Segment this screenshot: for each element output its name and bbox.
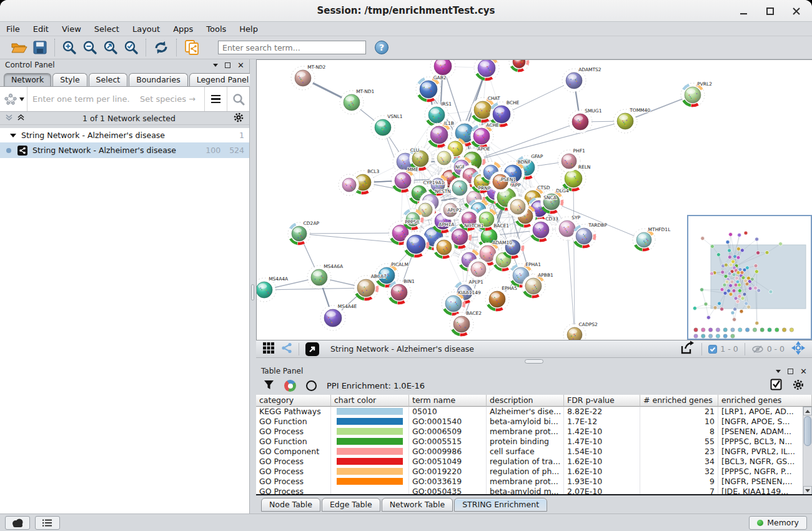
tab-node-table[interactable]: Node Table [261, 498, 320, 512]
tab-boundaries[interactable]: Boundaries [129, 73, 187, 86]
task-history-button[interactable] [35, 516, 60, 530]
maximize-button[interactable] [763, 4, 777, 18]
menu-file[interactable]: File [6, 24, 20, 34]
string-search-icon[interactable] [227, 87, 249, 111]
save-session-icon[interactable] [33, 41, 47, 54]
menu-select[interactable]: Select [94, 24, 119, 34]
close-button[interactable] [790, 4, 803, 18]
zoom-fit-icon[interactable] [103, 40, 118, 55]
table-row[interactable]: GO ProcessGO:0051049regulation of tra...… [256, 457, 812, 467]
control-panel-close-icon[interactable]: ✕ [237, 61, 244, 70]
tab-style[interactable]: Style [52, 73, 87, 86]
table-row[interactable]: GO ComponentGO:0009986cell surface1.54E-… [256, 447, 812, 457]
horizontal-splitter[interactable] [256, 358, 812, 365]
tab-network-table[interactable]: Network Table [382, 498, 453, 512]
select-rows-icon[interactable] [770, 379, 782, 393]
share-network-icon[interactable] [281, 342, 292, 356]
vertical-splitter-grip[interactable] [251, 284, 254, 300]
column-header-4[interactable]: description [487, 395, 564, 407]
chart-color-swatch [337, 438, 403, 445]
cell-fdr: 1.42E-10 [564, 427, 640, 437]
table-panel-menu-icon[interactable] [776, 370, 781, 373]
memory-button[interactable]: Memory [749, 516, 807, 530]
table-row[interactable]: KEGG Pathways05010Alzheimer's dise...8.8… [256, 407, 812, 417]
menu-bar: FileEditViewSelectLayoutAppsToolsHelp [0, 22, 812, 36]
node-label: APP [512, 182, 521, 188]
network-node[interactable] [474, 60, 499, 81]
table-row[interactable]: GO FunctionGO:0005515protein binding1.47… [256, 437, 812, 447]
menu-edit[interactable]: Edit [33, 24, 49, 34]
table-scrollbar[interactable] [803, 407, 812, 495]
network-node-ABCA7[interactable] [354, 275, 379, 300]
table-settings-gear-icon[interactable] [792, 379, 805, 394]
expand-all-icon[interactable] [17, 114, 25, 123]
network-node-GAB2[interactable] [416, 77, 441, 102]
cell-gene-count: 9 [640, 477, 718, 487]
cell-category: GO Function [256, 437, 331, 447]
string-query-input[interactable] [27, 94, 140, 104]
scroll-up-button[interactable] [803, 407, 812, 415]
network-options-gear-icon[interactable] [233, 112, 244, 125]
string-logo-icon[interactable] [0, 87, 27, 111]
column-header-3[interactable]: term name [409, 395, 487, 407]
tab-select[interactable]: Select [89, 73, 128, 86]
column-header-5[interactable]: FDR p-value [564, 395, 640, 407]
table-panel-float-icon[interactable] [788, 369, 793, 374]
table-row[interactable]: GO ProcessGO:0019220regulation of ph...1… [256, 467, 812, 477]
zoom-selected-icon[interactable] [124, 40, 139, 55]
control-panel-menu-icon[interactable] [213, 64, 218, 67]
refresh-icon[interactable] [153, 40, 169, 55]
navigate-icon[interactable] [791, 340, 806, 358]
column-header-1[interactable]: category [256, 395, 331, 407]
string-options-icon[interactable] [204, 87, 227, 111]
network-node[interactable] [509, 60, 529, 72]
zoom-in-icon[interactable] [62, 40, 77, 55]
tab-legend-panel[interactable]: Legend Panel [189, 73, 257, 86]
grid-view-icon[interactable] [262, 342, 275, 357]
selected-nodes-badge[interactable]: 1 - 0 [708, 344, 738, 354]
node-label: APBB1 [538, 272, 553, 278]
table-panel-close-icon[interactable]: ✕ [800, 367, 807, 376]
menu-apps[interactable]: Apps [173, 24, 193, 34]
collapse-all-icon[interactable] [5, 114, 13, 123]
menu-help[interactable]: Help [239, 24, 258, 34]
fit-content-icon[interactable] [305, 342, 319, 356]
table-row[interactable]: GO ProcessGO:0033619membrane prot...1.93… [256, 477, 812, 487]
table-row[interactable]: GO FunctionGO:0001540beta-amyloid bi...1… [256, 417, 812, 427]
menu-view[interactable]: View [62, 24, 81, 34]
export-view-icon[interactable] [679, 340, 695, 358]
filter-icon[interactable] [264, 380, 274, 392]
birds-eye-view[interactable] [687, 215, 812, 340]
tab-edge-table[interactable]: Edge Table [322, 498, 380, 512]
column-header-7[interactable]: enriched genes [718, 395, 812, 407]
hidden-nodes-badge[interactable]: 0 - 0 [751, 344, 785, 354]
column-header-6[interactable]: # enriched genes [640, 395, 718, 407]
welcome-screen-button[interactable] [5, 516, 30, 530]
set-species-label[interactable]: Set species → [140, 94, 204, 104]
help-icon[interactable]: ? [375, 41, 389, 54]
network-view[interactable]: MT-ND2MT-ND1VSNL1GAB2IRS1CHATBCHEIL1BACH… [256, 59, 812, 340]
minimize-button[interactable] [737, 4, 751, 18]
scroll-down-button[interactable] [803, 486, 812, 495]
column-header-2[interactable]: chart color [331, 395, 409, 407]
horizontal-splitter-grip[interactable] [525, 359, 543, 364]
search-input[interactable] [218, 41, 366, 54]
scroll-thumb[interactable] [804, 416, 811, 446]
network-node-MS4A4E[interactable] [320, 305, 345, 330]
open-session-icon[interactable] [11, 41, 27, 54]
tab-network[interactable]: Network [4, 73, 51, 86]
tree-expand-icon[interactable] [10, 134, 16, 137]
tree-row[interactable]: String Network - Alzheimer's disease1005… [0, 142, 249, 158]
menu-tools[interactable]: Tools [206, 24, 226, 34]
chart-settings-icon[interactable] [284, 380, 296, 392]
tab-string-enrichment[interactable]: STRING Enrichment [454, 498, 547, 512]
vertical-splitter[interactable] [250, 59, 256, 514]
remove-chart-icon[interactable] [306, 380, 317, 391]
zoom-out-icon[interactable] [82, 40, 97, 55]
export-network-icon[interactable] [184, 39, 201, 56]
table-row[interactable]: GO ProcessGO:0006509membrane prot...1.42… [256, 427, 812, 437]
tree-row[interactable]: String Network - Alzheimer's disease1 [0, 128, 249, 142]
menu-layout[interactable]: Layout [132, 24, 160, 34]
cell-gene-list: [NGFR, PSENEN,... [718, 477, 812, 487]
control-panel-float-icon[interactable] [225, 62, 230, 68]
